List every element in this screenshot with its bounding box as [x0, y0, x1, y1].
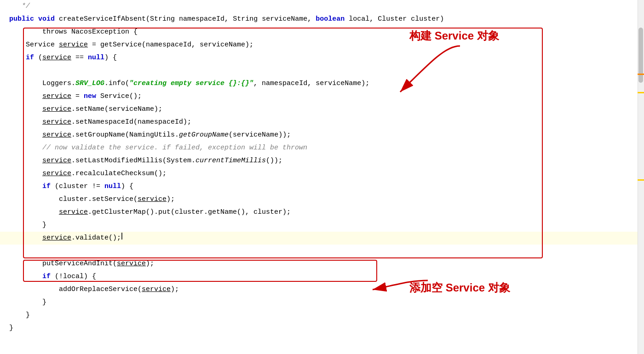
code-line-3: throws NacosException {: [0, 26, 644, 39]
code-line-14: service.recalculateChecksum();: [0, 167, 644, 180]
code-line-12: // now validate the service. if failed, …: [0, 142, 644, 154]
code-line-24: }: [0, 296, 644, 309]
scrollbar[interactable]: [638, 0, 644, 354]
code-line-13: service.setLastModifiedMillis(System.cur…: [0, 154, 644, 167]
cursor: [121, 233, 122, 240]
code-line-1: */: [0, 0, 644, 13]
code-line-19: service.validate();: [0, 232, 644, 245]
code-line-21: putServiceAndInit(service);: [0, 257, 644, 270]
code-line-2: public void createServiceIfAbsent(String…: [0, 13, 644, 26]
code-line-15: if (cluster != null) {: [0, 180, 644, 193]
scrollbar-marker-1: [638, 74, 644, 75]
code-line-10: service.setNamespaceId(namespaceId);: [0, 116, 644, 129]
code-line-25: }: [0, 309, 644, 322]
code-area: */ public void createServiceIfAbsent(Str…: [0, 0, 644, 354]
scrollbar-marker-3: [638, 179, 644, 181]
code-line-9: service.setName(serviceName);: [0, 103, 644, 116]
code-line-22: if (!local) {: [0, 270, 644, 283]
scrollbar-marker-2: [638, 92, 644, 93]
code-line-16: cluster.setService(service);: [0, 193, 644, 206]
code-line-8: service = new Service();: [0, 90, 644, 103]
code-line-4: Service service = getService(namespaceId…: [0, 39, 644, 51]
code-line-5: if (service == null) {: [0, 51, 644, 64]
code-line-17: service.getClusterMap().put(cluster.getN…: [0, 206, 644, 219]
code-line-7: Loggers.SRV_LOG.info("creating empty ser…: [0, 77, 644, 90]
code-line-18: }: [0, 219, 644, 232]
code-line-23: addOrReplaceService(service);: [0, 283, 644, 296]
code-line-6: [0, 64, 644, 77]
code-line-11: service.setGroupName(NamingUtils.getGrou…: [0, 129, 644, 142]
code-line-20: [0, 245, 644, 257]
code-line-26: }: [0, 322, 644, 335]
